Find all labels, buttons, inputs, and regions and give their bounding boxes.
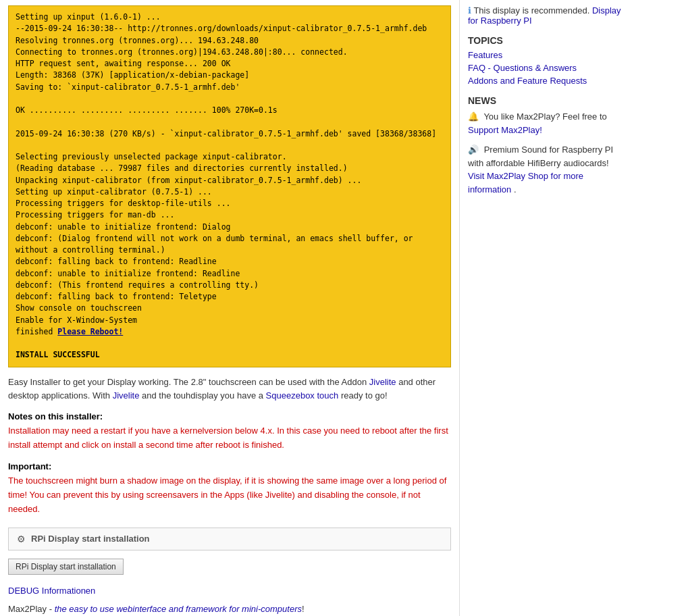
important-title: Important:: [8, 461, 51, 471]
desc-text-mid2: and the touhdisplay you have a: [139, 390, 265, 401]
terminal-line-22: Show console on touchscreen: [16, 303, 444, 314]
footer-text: Max2Play - the easy to use webinterface …: [8, 604, 451, 614]
reboot-link[interactable]: Please Reboot!: [57, 327, 123, 336]
notes-section: Notes on this installer: Installation ma…: [8, 410, 451, 452]
shop-link[interactable]: Visit Max2Play Shop for more information: [468, 171, 583, 195]
terminal-line-24: finished Please Reboot!: [16, 326, 444, 338]
terminal-line-2: --2015-09-24 16:30:38-- http://tronnes.o…: [16, 23, 444, 34]
notes-body: Installation may need a restart if you h…: [8, 426, 448, 450]
footer-prefix: Max2Play -: [8, 604, 55, 614]
footer-suffix: !: [302, 604, 305, 614]
news-title: NEWS: [468, 95, 627, 106]
sidebar: ℹ This display is recommended. Display f…: [459, 0, 635, 616]
speaker-icon: 🔊: [468, 145, 479, 155]
install-success: INSTALL SUCCESSFUL: [16, 349, 444, 361]
terminal-output: Setting up xinput (1.6.0-1) ... --2015-0…: [8, 5, 451, 367]
sidebar-link-addons[interactable]: Addons and Feature Requests: [468, 76, 627, 86]
topics-title: TOPICS: [468, 35, 627, 46]
terminal-line-6: Length: 38368 (37K) [application/x-debia…: [16, 70, 444, 81]
terminal-line-8: OK .......... ......... ......... ......…: [16, 105, 444, 116]
terminal-line-13: Setting up xinput-calibrator (0.7.5-1) .…: [16, 186, 444, 198]
main-content: Setting up xinput (1.6.0-1) ... --2015-0…: [0, 0, 459, 616]
terminal-line-9: 2015-09-24 16:30:38 (270 KB/s) - `xinput…: [16, 128, 444, 140]
terminal-line-12: Unpacking xinput-calibrator (from xinput…: [16, 175, 444, 186]
news-2-after: .: [514, 184, 517, 195]
terminal-line-20: debconf: (This frontend requires a contr…: [16, 280, 444, 291]
news-1-before: You like Max2Play? Feel free to: [483, 111, 606, 122]
news-2-before: Premium Sound for Raspberry PI with affo…: [468, 145, 613, 168]
footer-link[interactable]: the easy to use webinterface and framewo…: [55, 604, 302, 614]
terminal-line-14: Processing triggers for desktop-file-uti…: [16, 198, 444, 209]
terminal-line-15: Processing triggers for man-db ...: [16, 209, 444, 221]
terminal-line-blank1: [16, 93, 444, 105]
gear-icon: ⚙: [17, 534, 26, 544]
terminal-line-blank2: [16, 116, 444, 128]
notes-title: Notes on this installer:: [8, 411, 103, 421]
support-link[interactable]: Support Max2Play!: [468, 125, 542, 135]
terminal-line-4: Connecting to tronnes.org (tronnes.org)|…: [16, 47, 444, 58]
desc-text-end: ready to go!: [338, 390, 387, 401]
jivelite-link-2[interactable]: Jivelite: [113, 390, 140, 401]
terminal-line-3: Resolving tronnes.org (tronnes.org)... 1…: [16, 35, 444, 47]
footer-link-text: the easy to use webinterface and framewo…: [55, 604, 302, 614]
terminal-line-16: debconf: unable to initialize frontend: …: [16, 222, 444, 233]
install-button[interactable]: RPi Display start installation: [8, 559, 124, 575]
terminal-line-blank3: [16, 140, 444, 151]
sidebar-link-faq[interactable]: FAQ - Questions & Answers: [468, 63, 627, 73]
important-body: The touchscreen might burn a shadow imag…: [8, 476, 446, 514]
info-icon: ℹ: [468, 5, 471, 16]
important-section: Important: The touchscreen might burn a …: [8, 460, 451, 516]
description-text: Easy Installer to get your Display worki…: [8, 376, 451, 404]
news-item-2: 🔊 Premium Sound for Raspberry PI with af…: [468, 143, 627, 196]
desc-text-before: Easy Installer to get your Display worki…: [8, 377, 369, 387]
terminal-line-17: debconf: (Dialog frontend will not work …: [16, 233, 444, 257]
debug-link-container: DEBUG Informationen: [8, 586, 451, 596]
terminal-line-23: Enable for X-Window-System: [16, 315, 444, 326]
news-item-1: 🔔 You like Max2Play? Feel free to Suppor…: [468, 110, 627, 136]
install-box-label: RPi Display start installation: [31, 534, 150, 544]
install-box: ⚙ RPi Display start installation: [8, 528, 451, 550]
page-layout: Setting up xinput (1.6.0-1) ... --2015-0…: [0, 0, 686, 616]
terminal-line-7: Saving to: `xinput-calibrator_0.7.5-1_ar…: [16, 82, 444, 93]
terminal-line-5: HTTP request sent, awaiting response... …: [16, 58, 444, 70]
jivelite-link-1[interactable]: Jivelite: [369, 377, 396, 387]
terminal-line-10: Selecting previously unselected package …: [16, 151, 444, 163]
sidebar-info-text: This display is recommended.: [473, 5, 592, 16]
terminal-line-21: debconf: falling back to frontend: Telet…: [16, 291, 444, 303]
bell-icon: 🔔: [468, 111, 479, 122]
squeezebox-link[interactable]: Squeezebox touch: [266, 390, 339, 401]
terminal-line-1: Setting up xinput (1.6.0-1) ...: [16, 11, 444, 23]
terminal-line-11: (Reading database ... 79987 files and di…: [16, 163, 444, 174]
sidebar-link-features[interactable]: Features: [468, 50, 627, 60]
terminal-line-18: debconf: falling back to frontend: Readl…: [16, 256, 444, 267]
sidebar-info: ℹ This display is recommended. Display f…: [468, 5, 627, 26]
debug-link[interactable]: DEBUG Informationen: [8, 586, 95, 596]
terminal-line-19: debconf: unable to initialize frontend: …: [16, 268, 444, 280]
terminal-blank-4: [16, 338, 444, 349]
